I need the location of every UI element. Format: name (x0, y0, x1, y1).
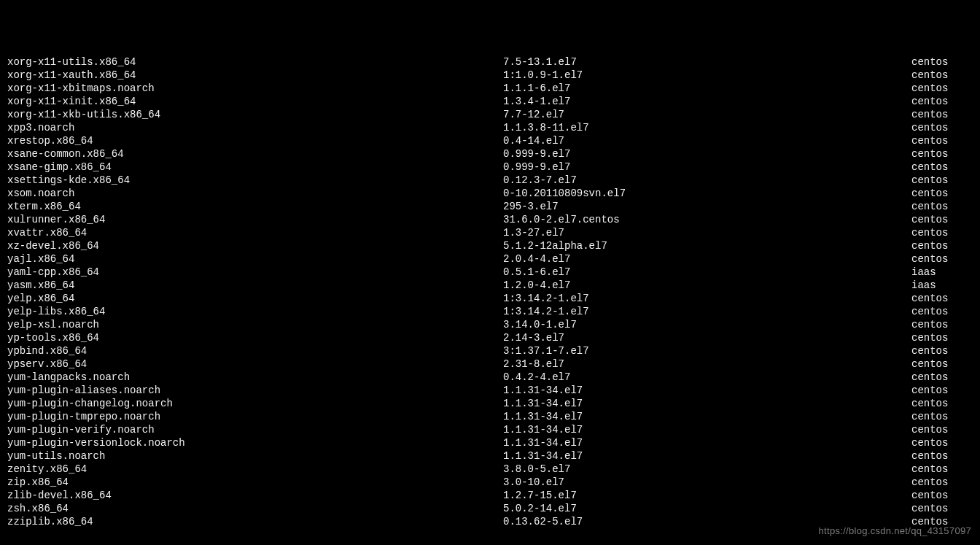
package-name: yum-plugin-aliases.noarch (7, 384, 503, 397)
package-version: 5.0.2-14.el7 (503, 502, 911, 515)
package-version: 1.1.31-34.el7 (503, 449, 911, 463)
package-version: 7.5-13.1.el7 (503, 55, 911, 69)
package-version: 1.1.3.8-11.el7 (503, 121, 911, 134)
package-repo: centos (911, 502, 948, 515)
package-version: 0.999-9.el7 (503, 161, 911, 174)
package-row: yajl.x86_642.0.4-4.el7centos (7, 252, 973, 266)
package-repo: centos (911, 423, 948, 436)
package-repo: centos (911, 82, 948, 95)
package-row: xorg-x11-xbitmaps.noarch1.1.1-6.el7cento… (7, 82, 973, 95)
package-row: xsom.noarch0-10.20110809svn.el7centos (7, 187, 973, 200)
package-row: xorg-x11-xauth.x86_641:1.0.9-1.el7centos (7, 69, 973, 82)
package-version: 295-3.el7 (503, 200, 911, 213)
package-repo: centos (911, 69, 948, 82)
package-name: yum-plugin-tmprepo.noarch (7, 410, 503, 423)
package-row: yasm.x86_641.2.0-4.el7iaas (7, 279, 973, 292)
package-row: xulrunner.x86_6431.6.0-2.el7.centoscento… (7, 213, 973, 226)
package-repo: centos (911, 121, 948, 134)
package-name: zsh.x86_64 (7, 502, 503, 515)
package-name: xsane-common.x86_64 (7, 147, 503, 161)
package-row: yelp.x86_641:3.14.2-1.el7centos (7, 292, 973, 305)
package-row: xorg-x11-xkb-utils.x86_647.7-12.el7cento… (7, 108, 973, 121)
package-version: 1:3.14.2-1.el7 (503, 305, 911, 318)
package-repo: centos (911, 436, 948, 449)
package-name: yaml-cpp.x86_64 (7, 266, 503, 279)
package-name: xulrunner.x86_64 (7, 213, 503, 226)
package-version: 0.999-9.el7 (503, 147, 911, 161)
package-row: zsh.x86_645.0.2-14.el7centos (7, 502, 973, 515)
package-version: 31.6.0-2.el7.centos (503, 213, 911, 226)
package-name: zziplib.x86_64 (7, 515, 503, 528)
package-name: xorg-x11-xinit.x86_64 (7, 95, 503, 108)
package-row: xorg-x11-utils.x86_647.5-13.1.el7centos (7, 55, 973, 69)
package-version: 1.1.31-34.el7 (503, 436, 911, 449)
package-name: xvattr.x86_64 (7, 226, 503, 239)
package-row: yelp-libs.x86_641:3.14.2-1.el7centos (7, 305, 973, 318)
package-row: xvattr.x86_641.3-27.el7centos (7, 226, 973, 239)
package-row: xsane-common.x86_640.999-9.el7centos (7, 147, 973, 161)
package-name: yelp-libs.x86_64 (7, 305, 503, 318)
package-row: xorg-x11-xinit.x86_641.3.4-1.el7centos (7, 95, 973, 108)
package-name: xorg-x11-xkb-utils.x86_64 (7, 108, 503, 121)
terminal-output[interactable]: xorg-x11-utils.x86_647.5-13.1.el7centosx… (7, 55, 973, 528)
package-version: 1.2.0-4.el7 (503, 279, 911, 292)
watermark-text: https://blog.csdn.net/qq_43157097 (819, 525, 971, 538)
package-name: zenity.x86_64 (7, 463, 503, 476)
package-name: xterm.x86_64 (7, 200, 503, 213)
package-version: 0.4-14.el7 (503, 134, 911, 147)
package-repo: centos (911, 371, 948, 384)
package-repo: centos (911, 147, 948, 161)
package-row: xrestop.x86_640.4-14.el7centos (7, 134, 973, 147)
package-repo: centos (911, 213, 948, 226)
package-version: 2.31-8.el7 (503, 357, 911, 371)
package-row: yum-plugin-versionlock.noarch1.1.31-34.e… (7, 436, 973, 449)
package-row: zlib-devel.x86_641.2.7-15.el7centos (7, 489, 973, 502)
package-name: yum-utils.noarch (7, 449, 503, 463)
package-repo: centos (911, 397, 948, 410)
package-name: xpp3.noarch (7, 121, 503, 134)
package-name: xorg-x11-utils.x86_64 (7, 55, 503, 69)
package-version: 1:3.14.2-1.el7 (503, 292, 911, 305)
package-repo: centos (911, 476, 948, 489)
package-version: 0.4.2-4.el7 (503, 371, 911, 384)
package-repo: centos (911, 55, 948, 69)
package-repo: centos (911, 95, 948, 108)
package-repo: centos (911, 357, 948, 371)
package-repo: centos (911, 331, 948, 344)
package-repo: iaas (911, 266, 936, 279)
package-row: yum-plugin-aliases.noarch1.1.31-34.el7ce… (7, 384, 973, 397)
package-version: 7.7-12.el7 (503, 108, 911, 121)
package-repo: centos (911, 187, 948, 200)
package-row: ypbind.x86_643:1.37.1-7.el7centos (7, 344, 973, 357)
package-name: yum-plugin-verify.noarch (7, 423, 503, 436)
package-row: yum-utils.noarch1.1.31-34.el7centos (7, 449, 973, 463)
package-row: xsane-gimp.x86_640.999-9.el7centos (7, 161, 973, 174)
package-version: 1.3.4-1.el7 (503, 95, 911, 108)
package-name: ypserv.x86_64 (7, 357, 503, 371)
package-repo: iaas (911, 279, 936, 292)
package-name: xsettings-kde.x86_64 (7, 174, 503, 187)
package-name: yum-langpacks.noarch (7, 371, 503, 384)
package-row: yp-tools.x86_642.14-3.el7centos (7, 331, 973, 344)
package-row: yum-plugin-verify.noarch1.1.31-34.el7cen… (7, 423, 973, 436)
package-version: 0.5.1-6.el7 (503, 266, 911, 279)
package-version: 1:1.0.9-1.el7 (503, 69, 911, 82)
package-name: yajl.x86_64 (7, 252, 503, 266)
package-version: 5.1.2-12alpha.el7 (503, 239, 911, 252)
package-version: 1.3-27.el7 (503, 226, 911, 239)
package-repo: centos (911, 384, 948, 397)
package-version: 3.14.0-1.el7 (503, 318, 911, 331)
package-row: yaml-cpp.x86_640.5.1-6.el7iaas (7, 266, 973, 279)
package-row: yum-langpacks.noarch0.4.2-4.el7centos (7, 371, 973, 384)
package-name: zlib-devel.x86_64 (7, 489, 503, 502)
package-row: zip.x86_643.0-10.el7centos (7, 476, 973, 489)
package-version: 1.1.31-34.el7 (503, 397, 911, 410)
package-name: xsom.noarch (7, 187, 503, 200)
package-repo: centos (911, 252, 948, 266)
package-name: xorg-x11-xauth.x86_64 (7, 69, 503, 82)
package-repo: centos (911, 344, 948, 357)
package-version: 2.14-3.el7 (503, 331, 911, 344)
package-name: yelp.x86_64 (7, 292, 503, 305)
package-name: xsane-gimp.x86_64 (7, 161, 503, 174)
package-row: yum-plugin-changelog.noarch1.1.31-34.el7… (7, 397, 973, 410)
